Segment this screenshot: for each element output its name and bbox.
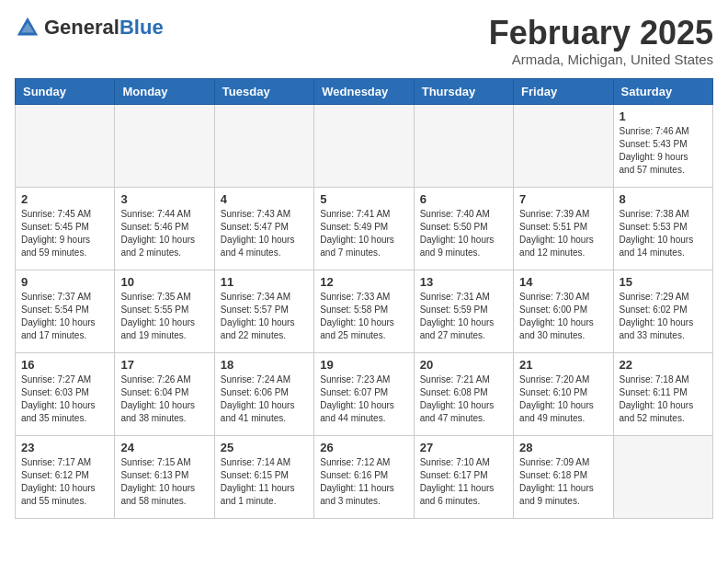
week-row-1: 1Sunrise: 7:46 AM Sunset: 5:43 PM Daylig…	[16, 104, 713, 187]
day-cell: 19Sunrise: 7:23 AM Sunset: 6:07 PM Dayli…	[314, 352, 414, 435]
day-number: 26	[320, 441, 407, 454]
day-cell: 25Sunrise: 7:14 AM Sunset: 6:15 PM Dayli…	[214, 435, 313, 518]
day-cell: 15Sunrise: 7:29 AM Sunset: 6:02 PM Dayli…	[613, 270, 712, 352]
day-number: 7	[519, 192, 607, 206]
day-info: Sunrise: 7:15 AM Sunset: 6:13 PM Dayligh…	[120, 456, 208, 508]
day-number: 28	[519, 441, 607, 454]
day-info: Sunrise: 7:10 AM Sunset: 6:17 PM Dayligh…	[420, 456, 507, 508]
weekday-header-wednesday: Wednesday	[314, 78, 414, 104]
day-cell: 1Sunrise: 7:46 AM Sunset: 5:43 PM Daylig…	[613, 104, 712, 187]
day-cell: 7Sunrise: 7:39 AM Sunset: 5:51 PM Daylig…	[514, 187, 613, 270]
day-number: 24	[120, 441, 208, 454]
day-cell: 14Sunrise: 7:30 AM Sunset: 6:00 PM Dayli…	[514, 270, 613, 352]
day-number: 10	[120, 275, 208, 289]
day-cell	[414, 104, 513, 187]
day-info: Sunrise: 7:33 AM Sunset: 5:58 PM Dayligh…	[320, 291, 407, 342]
day-number: 4	[221, 192, 308, 206]
day-info: Sunrise: 7:35 AM Sunset: 5:55 PM Dayligh…	[120, 291, 208, 342]
day-number: 23	[21, 441, 108, 454]
day-number: 8	[620, 192, 707, 206]
weekday-header-friday: Friday	[514, 78, 613, 104]
day-cell	[514, 104, 613, 187]
day-info: Sunrise: 7:30 AM Sunset: 6:00 PM Dayligh…	[519, 291, 607, 342]
calendar: SundayMondayTuesdayWednesdayThursdayFrid…	[15, 78, 713, 519]
day-info: Sunrise: 7:23 AM Sunset: 6:07 PM Dayligh…	[320, 373, 407, 425]
day-cell: 10Sunrise: 7:35 AM Sunset: 5:55 PM Dayli…	[115, 270, 214, 352]
day-info: Sunrise: 7:26 AM Sunset: 6:04 PM Dayligh…	[120, 373, 208, 425]
day-cell: 18Sunrise: 7:24 AM Sunset: 6:06 PM Dayli…	[214, 352, 313, 435]
day-info: Sunrise: 7:09 AM Sunset: 6:18 PM Dayligh…	[519, 456, 607, 508]
day-info: Sunrise: 7:12 AM Sunset: 6:16 PM Dayligh…	[320, 456, 407, 508]
weekday-row: SundayMondayTuesdayWednesdayThursdayFrid…	[16, 78, 713, 104]
day-cell	[16, 104, 115, 187]
logo: GeneralBlue	[15, 15, 164, 40]
day-cell	[314, 104, 414, 187]
day-info: Sunrise: 7:46 AM Sunset: 5:43 PM Dayligh…	[620, 125, 707, 177]
day-cell: 2Sunrise: 7:45 AM Sunset: 5:45 PM Daylig…	[16, 187, 115, 270]
day-number: 3	[120, 192, 208, 206]
day-info: Sunrise: 7:18 AM Sunset: 6:11 PM Dayligh…	[620, 373, 707, 425]
day-cell: 4Sunrise: 7:43 AM Sunset: 5:47 PM Daylig…	[214, 187, 313, 270]
day-number: 13	[420, 275, 507, 289]
logo-text: GeneralBlue	[44, 17, 164, 38]
day-cell: 27Sunrise: 7:10 AM Sunset: 6:17 PM Dayli…	[414, 435, 513, 518]
day-info: Sunrise: 7:27 AM Sunset: 6:03 PM Dayligh…	[21, 373, 108, 425]
day-info: Sunrise: 7:39 AM Sunset: 5:51 PM Dayligh…	[519, 208, 607, 259]
day-info: Sunrise: 7:20 AM Sunset: 6:10 PM Dayligh…	[519, 373, 607, 425]
day-info: Sunrise: 7:29 AM Sunset: 6:02 PM Dayligh…	[620, 291, 707, 342]
day-info: Sunrise: 7:38 AM Sunset: 5:53 PM Dayligh…	[620, 208, 707, 259]
day-info: Sunrise: 7:24 AM Sunset: 6:06 PM Dayligh…	[221, 373, 308, 425]
day-cell	[214, 104, 313, 187]
week-row-4: 16Sunrise: 7:27 AM Sunset: 6:03 PM Dayli…	[16, 352, 713, 435]
logo-blue: Blue	[119, 16, 164, 39]
day-number: 18	[221, 358, 308, 372]
day-cell: 13Sunrise: 7:31 AM Sunset: 5:59 PM Dayli…	[414, 270, 513, 352]
day-number: 17	[120, 358, 208, 372]
day-cell: 22Sunrise: 7:18 AM Sunset: 6:11 PM Dayli…	[613, 352, 712, 435]
day-number: 22	[620, 358, 707, 372]
day-number: 2	[21, 192, 108, 206]
day-number: 14	[519, 275, 607, 289]
weekday-header-monday: Monday	[115, 78, 214, 104]
day-number: 19	[320, 358, 407, 372]
week-row-2: 2Sunrise: 7:45 AM Sunset: 5:45 PM Daylig…	[16, 187, 713, 270]
day-cell: 16Sunrise: 7:27 AM Sunset: 6:03 PM Dayli…	[16, 352, 115, 435]
day-number: 6	[420, 192, 507, 206]
day-number: 5	[320, 192, 407, 206]
page-header: GeneralBlue February 2025 Armada, Michig…	[15, 15, 713, 67]
day-number: 12	[320, 275, 407, 289]
day-cell: 28Sunrise: 7:09 AM Sunset: 6:18 PM Dayli…	[514, 435, 613, 518]
month-title: February 2025	[489, 15, 713, 52]
day-cell: 23Sunrise: 7:17 AM Sunset: 6:12 PM Dayli…	[16, 435, 115, 518]
day-info: Sunrise: 7:40 AM Sunset: 5:50 PM Dayligh…	[420, 208, 507, 259]
day-cell: 20Sunrise: 7:21 AM Sunset: 6:08 PM Dayli…	[414, 352, 513, 435]
day-number: 15	[620, 275, 707, 289]
day-number: 1	[620, 109, 707, 123]
day-number: 9	[21, 275, 108, 289]
day-info: Sunrise: 7:45 AM Sunset: 5:45 PM Dayligh…	[21, 208, 108, 259]
weekday-header-tuesday: Tuesday	[214, 78, 313, 104]
day-cell: 26Sunrise: 7:12 AM Sunset: 6:16 PM Dayli…	[314, 435, 414, 518]
day-number: 25	[221, 441, 308, 454]
day-info: Sunrise: 7:14 AM Sunset: 6:15 PM Dayligh…	[221, 456, 308, 508]
day-info: Sunrise: 7:34 AM Sunset: 5:57 PM Dayligh…	[221, 291, 308, 342]
day-number: 27	[420, 441, 507, 454]
day-info: Sunrise: 7:44 AM Sunset: 5:46 PM Dayligh…	[120, 208, 208, 259]
day-cell	[115, 104, 214, 187]
day-number: 16	[21, 358, 108, 372]
weekday-header-thursday: Thursday	[414, 78, 513, 104]
day-cell: 3Sunrise: 7:44 AM Sunset: 5:46 PM Daylig…	[115, 187, 214, 270]
day-info: Sunrise: 7:21 AM Sunset: 6:08 PM Dayligh…	[420, 373, 507, 425]
week-row-3: 9Sunrise: 7:37 AM Sunset: 5:54 PM Daylig…	[16, 270, 713, 352]
day-info: Sunrise: 7:43 AM Sunset: 5:47 PM Dayligh…	[221, 208, 308, 259]
day-info: Sunrise: 7:37 AM Sunset: 5:54 PM Dayligh…	[21, 291, 108, 342]
day-cell: 9Sunrise: 7:37 AM Sunset: 5:54 PM Daylig…	[16, 270, 115, 352]
day-number: 11	[221, 275, 308, 289]
day-cell: 12Sunrise: 7:33 AM Sunset: 5:58 PM Dayli…	[314, 270, 414, 352]
day-cell	[613, 435, 712, 518]
calendar-body: 1Sunrise: 7:46 AM Sunset: 5:43 PM Daylig…	[16, 104, 713, 518]
day-cell: 11Sunrise: 7:34 AM Sunset: 5:57 PM Dayli…	[214, 270, 313, 352]
day-cell: 24Sunrise: 7:15 AM Sunset: 6:13 PM Dayli…	[115, 435, 214, 518]
day-cell: 21Sunrise: 7:20 AM Sunset: 6:10 PM Dayli…	[514, 352, 613, 435]
calendar-header: SundayMondayTuesdayWednesdayThursdayFrid…	[16, 78, 713, 104]
